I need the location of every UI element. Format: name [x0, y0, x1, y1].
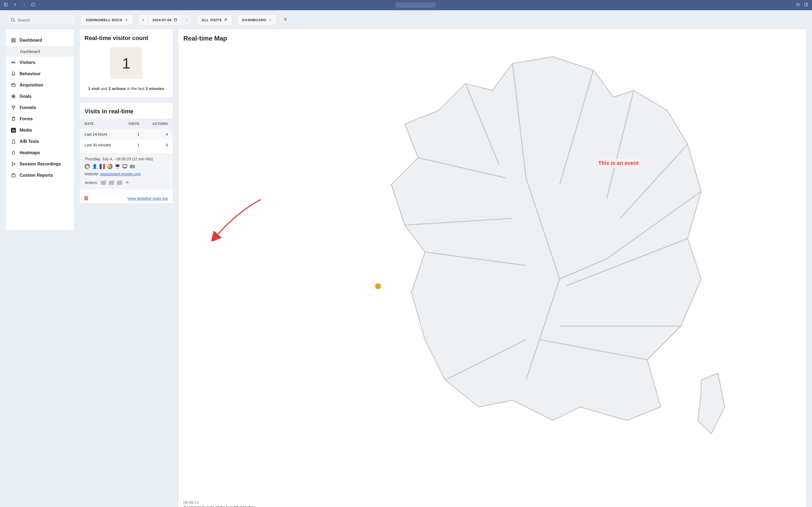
sidebar-item-label: Acquisition: [19, 83, 43, 88]
date-range-selector: 2024-07-04: [138, 14, 192, 25]
sidebar-item-label: Behaviour: [19, 71, 41, 76]
sidebar-subitem-dashboard[interactable]: Dashboard: [6, 46, 74, 57]
sidebar-item-session-recordings[interactable]: Session Recordings: [6, 158, 74, 170]
visitor-count-title: Real-time visitor count: [84, 35, 168, 42]
folder-icon[interactable]: [101, 180, 106, 185]
chevron-down-icon: [125, 18, 128, 22]
funnel-icon: [11, 105, 16, 110]
url-bar[interactable]: [40, 2, 791, 8]
visit-detail-block[interactable]: Thursday, July 4, - 09:55:23 (12 min 49s…: [80, 153, 173, 189]
row-actions: 4: [144, 139, 173, 150]
svg-rect-8: [174, 19, 177, 21]
website-link[interactable]: tagassistant.google.com: [100, 172, 141, 176]
view-visits-log-link[interactable]: View detailed visits log: [127, 196, 168, 201]
visitor-count-value: 1: [122, 55, 130, 72]
th-date: DATE: [80, 119, 121, 129]
visit-actions-row: Actions:: [84, 180, 168, 185]
svg-point-18: [12, 62, 13, 63]
chrome-icon: [107, 164, 113, 169]
browser-icon: [11, 83, 16, 88]
sidebar-item-label: Funnels: [19, 105, 36, 110]
svg-rect-16: [11, 41, 13, 42]
pause-button[interactable]: [84, 196, 88, 200]
svg-line-7: [14, 21, 14, 21]
sidebar: Dashboard Dashboard Visitors Behaviour A…: [5, 29, 74, 230]
sidebar-item-forms[interactable]: Forms: [6, 113, 74, 125]
website-label: Website:: [84, 172, 100, 176]
row-visits: 1: [121, 129, 144, 139]
sidebar-item-visitors[interactable]: Visitors: [6, 57, 74, 68]
segment-selector[interactable]: ALL VISITS: [197, 14, 232, 25]
visitor-count-card: Real-time visitor count 1 1 visit and 2 …: [79, 29, 173, 98]
search-input-container[interactable]: [7, 14, 76, 25]
sidebar-item-media[interactable]: Media: [6, 125, 74, 136]
table-row[interactable]: Last 24 hours 1 4: [80, 129, 173, 139]
desktop-icon: [122, 164, 127, 169]
collapse-all-button[interactable]: [283, 17, 288, 23]
bell-icon: [11, 71, 16, 76]
svg-rect-4: [805, 3, 808, 6]
svg-rect-30: [123, 165, 127, 167]
chevron-left-icon: [141, 18, 145, 22]
summary-visits: 1 visit: [88, 86, 100, 91]
date-next-button[interactable]: [182, 14, 192, 25]
search-input[interactable]: [17, 18, 72, 22]
actions-label: Actions:: [84, 180, 98, 185]
sidebar-item-dashboard[interactable]: Dashboard: [6, 35, 74, 46]
project-selector[interactable]: ADDINGWELL DOCS: [81, 14, 133, 25]
search-icon: [10, 17, 15, 22]
media-icon: [11, 128, 16, 133]
sidebar-item-funnels[interactable]: Funnels: [6, 102, 74, 113]
visits-realtime-title: Visits in real-time: [84, 108, 168, 115]
sidebar-item-abtests[interactable]: A/B Tests: [6, 136, 74, 147]
double-chevron-up-icon: [283, 17, 288, 22]
users-icon: [224, 18, 228, 22]
map-visitor-dot[interactable]: [375, 283, 381, 289]
visitor-profile-icon: 👤: [92, 164, 98, 169]
sidebar-item-behaviour[interactable]: Behaviour: [6, 68, 74, 79]
table-row[interactable]: Last 30 minutes 1 4: [80, 139, 173, 150]
sidebar-item-custom-reports[interactable]: Custom Reports: [6, 170, 74, 181]
nav-forward-icon: [22, 2, 26, 8]
clipboard-icon: [11, 117, 16, 121]
map-timestamp: 09:56:11: [183, 500, 199, 505]
sidebar-item-goals[interactable]: Goals: [6, 91, 74, 102]
folder-icon[interactable]: [117, 180, 122, 185]
app-root: ADDINGWELL DOCS 2024-07-04 ALL VISITS DA…: [0, 10, 812, 507]
drop-icon: [11, 150, 16, 155]
view-selector[interactable]: DASHBOARD: [238, 14, 277, 25]
sidebar-item-label: Heatmaps: [19, 150, 40, 155]
svg-rect-15: [14, 39, 15, 40]
center-column: Real-time visitor count 1 1 visit and 2 …: [79, 29, 173, 507]
svg-rect-0: [4, 3, 7, 6]
event-icon[interactable]: [125, 180, 130, 185]
sidebar-item-label: Dashboard: [19, 38, 42, 43]
sidebar-toggle-icon[interactable]: [4, 2, 8, 8]
nav-back-icon[interactable]: [13, 2, 17, 8]
folder-icon[interactable]: [109, 180, 114, 185]
france-flag-icon: [100, 164, 105, 169]
summary-actions: 2 actions: [109, 86, 126, 91]
sidebar-item-label: Forms: [19, 117, 33, 121]
visitor-count-summary: 1 visit and 2 actions in the last 3 minu…: [84, 86, 168, 92]
map-note-bold: 13 minutes: [234, 505, 255, 507]
segment-selector-label: ALL VISITS: [201, 18, 222, 22]
annotation-label: This is an event: [596, 159, 641, 167]
map-area[interactable]: [183, 42, 802, 501]
row-visits: 1: [121, 139, 144, 150]
share-icon[interactable]: [796, 2, 800, 8]
th-actions: ACTIONS: [144, 119, 173, 129]
visitor-count-big-number: 1: [110, 47, 142, 79]
play-icon: [11, 162, 16, 167]
date-picker-button[interactable]: 2024-07-04: [148, 14, 182, 25]
grid-icon: [11, 38, 16, 43]
browser-top-bar: [0, 0, 812, 10]
sidebar-item-heatmaps[interactable]: Heatmaps: [6, 147, 74, 158]
date-prev-button[interactable]: [138, 14, 148, 25]
sidebar-item-label: Custom Reports: [19, 173, 53, 178]
nav-reload-icon[interactable]: [31, 2, 36, 8]
sidebar-item-acquisition[interactable]: Acquisition: [6, 79, 74, 91]
summary-and: and: [100, 86, 109, 91]
panel-icon[interactable]: [804, 2, 808, 8]
visits-realtime-card: Visits in real-time DATE VISITS ACTIONS …: [79, 102, 173, 204]
